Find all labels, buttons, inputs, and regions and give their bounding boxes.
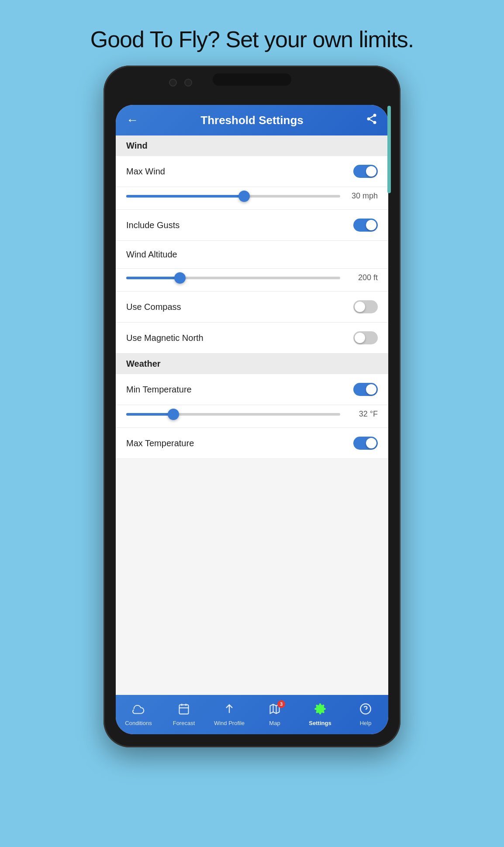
map-badge: 3 <box>277 700 285 708</box>
include-gusts-row: Include Gusts <box>116 210 388 241</box>
share-button[interactable] <box>366 113 378 128</box>
forecast-icon <box>178 703 190 718</box>
settings-label: Settings <box>309 720 331 726</box>
wind-altitude-value: 200 ft <box>347 273 378 282</box>
wind-profile-label: Wind Profile <box>214 720 245 726</box>
svg-point-2 <box>373 121 376 124</box>
content-area: Wind Max Wind 30 mph Include Gusts <box>116 135 388 695</box>
wind-profile-icon <box>223 703 235 718</box>
phone-notch <box>213 73 291 86</box>
forecast-label: Forecast <box>173 720 195 726</box>
max-temperature-row: Max Temperature <box>116 428 388 459</box>
page-headline: Good To Fly? Set your own limits. <box>90 26 414 52</box>
min-temperature-toggle[interactable] <box>353 383 378 396</box>
app-header: ← Threshold Settings <box>116 105 388 135</box>
min-temperature-toggle-thumb <box>366 384 376 395</box>
max-wind-toggle-thumb <box>366 166 376 177</box>
max-wind-toggle[interactable] <box>353 165 378 178</box>
max-wind-label: Max Wind <box>126 167 165 177</box>
section-wind: Wind <box>116 135 388 156</box>
tab-help[interactable]: Help <box>343 695 388 734</box>
include-gusts-label: Include Gusts <box>126 220 180 230</box>
max-temperature-toggle-thumb <box>366 438 376 448</box>
use-magnetic-north-label: Use Magnetic North <box>126 333 204 343</box>
svg-line-4 <box>370 116 373 118</box>
tab-conditions[interactable]: Conditions <box>116 695 161 734</box>
section-weather: Weather <box>116 354 388 374</box>
min-temperature-slider-thumb[interactable] <box>168 409 179 420</box>
max-wind-slider-row: 30 mph <box>116 187 388 210</box>
tab-map[interactable]: 3 Map <box>252 695 297 734</box>
camera-right <box>184 79 192 87</box>
use-magnetic-north-toggle-thumb <box>355 333 365 343</box>
phone-screen: ← Threshold Settings Wind Max <box>116 105 388 734</box>
min-temperature-slider-track[interactable] <box>126 413 340 416</box>
use-compass-toggle-thumb <box>355 302 365 312</box>
scroll-indicator <box>387 106 391 193</box>
tab-bar: Conditions Forecast <box>116 695 388 734</box>
max-wind-slider-fill <box>126 195 244 198</box>
phone-device: ← Threshold Settings Wind Max <box>104 66 400 747</box>
conditions-label: Conditions <box>125 720 152 726</box>
help-label: Help <box>360 720 372 726</box>
weather-section-label: Weather <box>126 359 161 368</box>
include-gusts-toggle[interactable] <box>353 219 378 232</box>
min-temperature-label: Min Temperature <box>126 385 192 395</box>
wind-altitude-slider-fill <box>126 277 180 279</box>
min-temperature-slider-fill <box>126 413 173 416</box>
back-button[interactable]: ← <box>126 113 138 127</box>
wind-section-label: Wind <box>126 141 148 150</box>
min-temperature-slider-row: 32 °F <box>116 405 388 428</box>
svg-line-3 <box>370 120 373 122</box>
min-temperature-value: 32 °F <box>347 410 378 419</box>
min-temperature-row: Min Temperature <box>116 374 388 405</box>
help-icon <box>359 703 372 718</box>
conditions-icon <box>132 703 145 718</box>
settings-icon <box>314 703 326 718</box>
max-wind-slider-track[interactable] <box>126 195 340 198</box>
max-wind-value: 30 mph <box>347 191 378 201</box>
max-temperature-label: Max Temperature <box>126 438 194 448</box>
use-compass-toggle[interactable] <box>353 300 378 313</box>
max-wind-row: Max Wind <box>116 156 388 187</box>
svg-rect-5 <box>180 705 189 714</box>
camera-left <box>169 79 177 87</box>
tab-settings[interactable]: Settings <box>297 695 343 734</box>
wind-altitude-slider-thumb[interactable] <box>174 272 186 284</box>
wind-altitude-row: Wind Altitude <box>116 241 388 269</box>
map-label: Map <box>269 720 280 726</box>
map-icon: 3 <box>269 703 281 718</box>
use-magnetic-north-row: Use Magnetic North <box>116 323 388 354</box>
include-gusts-toggle-thumb <box>366 220 376 230</box>
max-wind-slider-thumb[interactable] <box>238 191 250 202</box>
tab-wind-profile[interactable]: Wind Profile <box>207 695 252 734</box>
tab-forecast[interactable]: Forecast <box>161 695 207 734</box>
wind-altitude-label: Wind Altitude <box>126 250 177 260</box>
svg-point-1 <box>367 118 370 121</box>
wind-altitude-slider-track[interactable] <box>126 277 340 279</box>
use-magnetic-north-toggle[interactable] <box>353 331 378 344</box>
max-temperature-toggle[interactable] <box>353 437 378 450</box>
wind-altitude-slider-row: 200 ft <box>116 269 388 292</box>
use-compass-label: Use Compass <box>126 302 181 312</box>
header-title: Threshold Settings <box>138 114 366 127</box>
use-compass-row: Use Compass <box>116 292 388 323</box>
svg-point-0 <box>373 114 376 117</box>
